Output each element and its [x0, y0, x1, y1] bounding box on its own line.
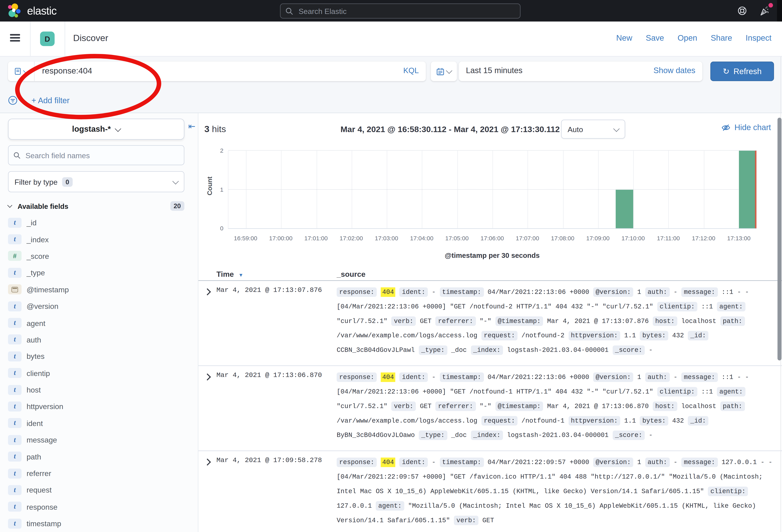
field-key-pill: @version: — [593, 457, 634, 467]
sidebar-field-path[interactable]: tpath — [0, 448, 198, 465]
field-value: Mar 4, 2021 @ 17:13:06.870 — [547, 403, 649, 410]
field-key-pill: agent: — [717, 302, 745, 311]
field-value: 04/Mar/2021:22:13:06 +0000 — [488, 288, 589, 296]
sidebar-field-host[interactable]: thost — [0, 381, 198, 398]
time-range-value[interactable]: Last 15 minutes — [466, 66, 523, 75]
field-name: _type — [27, 269, 45, 277]
x-axis-tick-label: 17:12:00 — [692, 235, 715, 242]
field-name: ident — [27, 419, 43, 428]
sidebar-field-@timestamp[interactable]: @timestamp — [0, 281, 198, 298]
sidebar-field-@version[interactable]: t@version — [0, 298, 198, 315]
field-name: _id — [27, 218, 36, 227]
index-pattern-selector[interactable]: logstash-* — [8, 119, 184, 140]
sidebar-field-_index[interactable]: t_index — [0, 231, 198, 248]
hide-chart-button[interactable]: Hide chart — [721, 123, 771, 132]
x-axis-tick-label: 17:07:00 — [516, 235, 539, 242]
expand-row-chevron[interactable] — [204, 373, 211, 381]
appbar-action-save[interactable]: Save — [646, 34, 664, 42]
interval-value: Auto — [568, 125, 583, 134]
sidebar-field-_score[interactable]: #_score — [0, 248, 198, 264]
add-filter-button[interactable]: + Add filter — [32, 96, 70, 105]
sidebar-field-_type[interactable]: t_type — [0, 264, 198, 281]
whats-new-icon[interactable] — [760, 6, 770, 16]
query-language-button[interactable]: KQL — [403, 66, 419, 75]
chart-horizontal-gridline — [228, 189, 756, 189]
saved-query-menu[interactable] — [8, 62, 35, 81]
x-axis-tick-label: 17:04:00 — [410, 235, 433, 242]
source-column-header: _source — [336, 270, 365, 278]
available-fields-header[interactable]: Available fields 20 — [8, 201, 184, 211]
appbar-action-open[interactable]: Open — [678, 34, 697, 42]
field-key-pill: path: — [720, 402, 745, 411]
appbar-action-share[interactable]: Share — [711, 34, 732, 42]
field-value: - — [674, 373, 678, 381]
time-column-header[interactable]: Time ▼ — [216, 270, 243, 278]
sidebar-field-request[interactable]: trequest — [0, 482, 198, 498]
elastic-brand[interactable]: elastic — [7, 3, 57, 19]
document-time: Mar 4, 2021 @ 17:09:58.278 — [216, 456, 322, 464]
field-type-number-badge: # — [8, 251, 22, 261]
appbar-action-inspect[interactable]: Inspect — [746, 34, 772, 42]
expand-row-chevron[interactable] — [204, 288, 211, 296]
expand-row-chevron[interactable] — [204, 458, 211, 466]
field-value: 1 — [637, 458, 641, 466]
appbar-action-new[interactable]: New — [616, 34, 632, 42]
breadcrumb-app-badge[interactable]: D — [40, 32, 55, 46]
sort-desc-icon[interactable]: ▼ — [239, 272, 244, 278]
sidebar-field-bytes[interactable]: tbytes — [0, 348, 198, 365]
field-value: /var/www/example.com/logs/access.log — [336, 332, 477, 340]
collapse-sidebar-icon[interactable]: ⇤ — [188, 121, 196, 131]
highlighted-value: 404 — [381, 457, 396, 467]
histogram-bar[interactable] — [616, 189, 633, 228]
filter-by-type-count-badge: 0 — [62, 177, 73, 187]
highlighted-value: 404 — [381, 372, 396, 382]
field-type-string-badge: t — [8, 418, 22, 428]
date-quick-select-button[interactable] — [431, 62, 457, 81]
field-name: _index — [27, 235, 49, 244]
sidebar-field-message[interactable]: tmessage — [0, 431, 198, 448]
global-search-box[interactable] — [280, 4, 521, 18]
menu-icon[interactable] — [10, 34, 20, 42]
field-key-pill: _index: — [470, 430, 503, 440]
filter-by-type-label: Filter by type — [14, 178, 58, 186]
x-axis-tick-label: 17:10:00 — [621, 235, 645, 242]
histogram-chart[interactable] — [228, 151, 756, 229]
query-input-value[interactable]: response:404 — [42, 66, 92, 76]
x-axis-tick-label: 17:02:00 — [340, 235, 363, 242]
field-type-date-badge — [8, 284, 22, 295]
show-dates-button[interactable]: Show dates — [653, 66, 695, 75]
filter-icon[interactable] — [8, 96, 17, 105]
sidebar-field-auth[interactable]: tauth — [0, 331, 198, 348]
x-axis-tick-label: 17:08:00 — [551, 235, 574, 242]
scrollbar-thumb[interactable] — [777, 118, 781, 360]
filter-by-type-dropdown[interactable]: Filter by type 0 — [8, 171, 184, 192]
sidebar-field-_id[interactable]: t_id — [0, 214, 198, 231]
field-key-pill: verb: — [391, 402, 416, 411]
field-type-string-badge: t — [8, 468, 22, 479]
refresh-button[interactable]: ↻ Refresh — [710, 62, 774, 81]
field-list: t_idt_index#_scoret_type@timestampt@vers… — [0, 214, 198, 532]
sidebar-field-agent[interactable]: tagent — [0, 315, 198, 331]
sidebar-field-clientip[interactable]: tclientip — [0, 365, 198, 381]
sidebar-field-referrer[interactable]: treferrer — [0, 465, 198, 482]
sidebar-field-httpversion[interactable]: thttpversion — [0, 398, 198, 415]
field-key-pill: bytes: — [640, 416, 668, 426]
interval-select[interactable]: Auto — [561, 120, 625, 139]
sidebar-field-timestamp[interactable]: ttimestamp — [0, 515, 198, 532]
field-key-pill: path: — [720, 316, 745, 326]
field-value: _doc — [451, 346, 467, 354]
field-value: logstash-2021.03.04-000001 — [507, 431, 608, 439]
global-search-input[interactable] — [297, 6, 515, 16]
query-input-box[interactable]: response:404 KQL — [8, 62, 426, 81]
field-key-pill: auth: — [645, 287, 670, 297]
hits-number: 3 — [204, 124, 209, 134]
help-icon[interactable] — [737, 6, 747, 15]
field-value: - — [674, 458, 678, 466]
field-search-box[interactable] — [8, 145, 184, 165]
field-search-input[interactable] — [25, 150, 179, 160]
document-source: response: 404 ident: - timestamp: 04/Mar… — [336, 281, 782, 364]
sidebar-field-ident[interactable]: tident — [0, 415, 198, 431]
histogram-bar[interactable] — [739, 151, 756, 228]
sidebar-field-response[interactable]: tresponse — [0, 498, 198, 515]
field-key-pill: timestamp: — [440, 457, 484, 467]
